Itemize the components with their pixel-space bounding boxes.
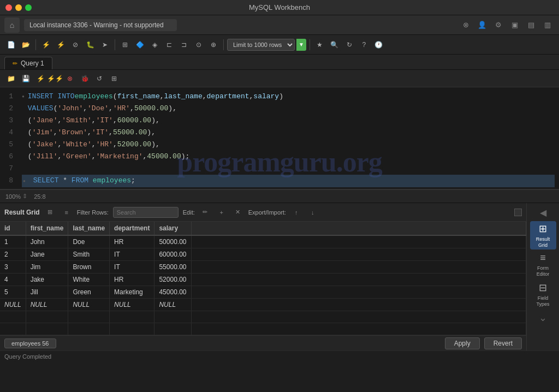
cell-department[interactable]: Marketing [110,286,154,299]
cell-id[interactable]: 5 [0,286,26,299]
zoom-value: 100% [5,193,21,200]
sql-save-icon[interactable]: 💾 [19,72,32,85]
sql-run-all-icon[interactable]: ⚡⚡ [49,72,62,85]
cell-salary[interactable]: 55000.00 [154,261,191,274]
table-row[interactable]: 3JimBrownIT55000.00 [0,261,526,274]
import-button[interactable]: ↓ [307,206,319,218]
limit-apply-button[interactable]: ▼ [296,39,306,51]
nav-view2-icon[interactable]: ▤ [524,18,538,32]
cell-first_name[interactable]: Jill [26,286,68,299]
sql-code-area[interactable]: 1 2 3 4 5 6 7 8 ● INSERT INTO employees … [0,87,559,189]
result-grid-panel-button[interactable]: ⊞ Result Grid [530,221,556,250]
cell-id[interactable]: 1 [0,235,26,248]
indent-button[interactable]: ⊏ [163,38,176,51]
window-title: MySQL Workbench [249,3,310,11]
data-table-wrapper[interactable]: id first_name last_name department salar… [0,222,526,335]
cell-salary[interactable]: 50000.00 [154,235,191,248]
replace-button[interactable]: ↻ [343,38,356,51]
execute-all-button[interactable]: ⚡ [54,38,67,51]
limit-rows-select[interactable]: Limit to 1000 rows [227,39,295,51]
cell-salary[interactable]: 52000.00 [154,274,191,286]
cell-last_name[interactable]: Green [68,286,110,299]
table-row[interactable]: 1JohnDoeHR50000.00 [0,235,526,248]
sql-schema-icon[interactable]: ⊞ [108,72,121,85]
step-button[interactable]: ➤ [98,38,111,51]
query-tab-1[interactable]: ✏ Query 1 [4,57,52,69]
home-button[interactable]: ⌂ [4,17,20,33]
close-button[interactable] [5,4,12,11]
col-header-id: id [0,222,26,235]
cell-first_name[interactable]: Jim [26,261,68,274]
code-content[interactable]: ● INSERT INTO employees (first_name, las… [17,87,559,189]
edit-delete-button[interactable]: ✕ [232,206,244,218]
history-button[interactable]: 🕐 [372,38,385,51]
empty-cell [0,323,26,335]
form-editor-panel-button[interactable]: ≡ Form Editor [530,251,556,279]
field-types-panel-button[interactable]: ⊟ Field Types [530,280,556,308]
sql-debug-icon[interactable]: 🐞 [78,72,91,85]
export-button[interactable]: ↑ [290,206,302,218]
apply-button[interactable]: Apply [445,337,480,349]
stop-button[interactable]: ⊘ [69,38,82,51]
table-row[interactable]: 4JakeWhiteHR52000.00 [0,274,526,286]
cell-id[interactable]: 3 [0,261,26,274]
minimize-button[interactable] [15,4,22,11]
nav-view3-icon[interactable]: ▥ [540,18,555,32]
revert-button[interactable]: Revert [484,337,522,349]
sql-run-icon[interactable]: ⚡ [34,72,47,85]
dedent-button[interactable]: ⊐ [177,38,191,51]
code-line-1: ● INSERT INTO employees (first_name, las… [22,91,555,103]
zoom-arrows-icon[interactable]: ⇕ [22,193,27,200]
nav-users-icon[interactable]: 👤 [475,18,489,32]
filter-search-input[interactable] [113,207,179,218]
execute-button[interactable]: ⚡ [39,38,52,51]
help-button[interactable]: ? [358,38,371,51]
sql-refresh-icon[interactable]: ↺ [93,72,106,85]
search-button[interactable]: 🔍 [328,38,341,51]
table-row[interactable]: 2JaneSmithIT60000.00 [0,248,526,261]
bookmark-button[interactable]: ★ [313,38,326,51]
table-row[interactable]: 5JillGreenMarketing45000.00 [0,286,526,299]
nav-settings-icon[interactable]: ⚙ [491,18,506,32]
new-file-button[interactable]: 📄 [4,38,17,51]
cell-last_name[interactable]: Brown [68,261,110,274]
cell-id[interactable]: 4 [0,274,26,286]
null-cell-last_name: NULL [68,299,110,311]
import-button[interactable]: ⊕ [207,38,220,51]
schema-button[interactable]: ⊙ [192,38,205,51]
cell-salary[interactable]: 60000.00 [154,248,191,261]
format-button[interactable]: ⊞ [118,38,132,51]
uncomment-button[interactable]: ◈ [148,38,161,51]
panel-scroll-arrow[interactable]: ⌄ [539,312,547,324]
cell-department[interactable]: IT [110,248,154,261]
cell-first_name[interactable]: John [26,235,68,248]
panel-collapse-arrow[interactable]: ◀ [538,205,549,220]
cell-last_name[interactable]: Smith [68,248,110,261]
cell-department[interactable]: HR [110,274,154,286]
cell-id[interactable]: 2 [0,248,26,261]
cell-department[interactable]: IT [110,261,154,274]
traffic-lights [5,4,32,11]
cell-salary[interactable]: 45000.00 [154,286,191,299]
edit-add-button[interactable]: + [216,206,228,218]
grid-view-button[interactable]: ⊞ [44,206,56,218]
debug-button[interactable]: 🐛 [84,38,97,51]
nav-sql-icon[interactable]: ⊗ [459,18,473,32]
nav-view1-icon[interactable]: ▣ [508,18,522,32]
form-view-button[interactable]: ≡ [61,206,73,218]
table-null-row[interactable]: NULLNULLNULLNULLNULL [0,299,526,311]
edit-pencil-button[interactable]: ✏ [199,206,211,218]
cell-first_name[interactable]: Jake [26,274,68,286]
open-file-button[interactable]: 📂 [19,38,32,51]
cell-department[interactable]: HR [110,235,154,248]
sql-stop-icon[interactable]: ⊗ [63,72,76,85]
cell-last_name[interactable]: White [68,274,110,286]
comment-button[interactable]: 🔷 [133,38,146,51]
zoom-control[interactable]: 100% ⇕ [5,193,27,200]
wrap-cell-checkbox[interactable] [514,209,522,216]
cell-first_name[interactable]: Jane [26,248,68,261]
sql-folder-icon[interactable]: 📁 [4,72,17,85]
cell-last_name[interactable]: Doe [68,235,110,248]
maximize-button[interactable] [25,4,32,11]
table-name-tab[interactable]: employees 56 [4,338,56,348]
